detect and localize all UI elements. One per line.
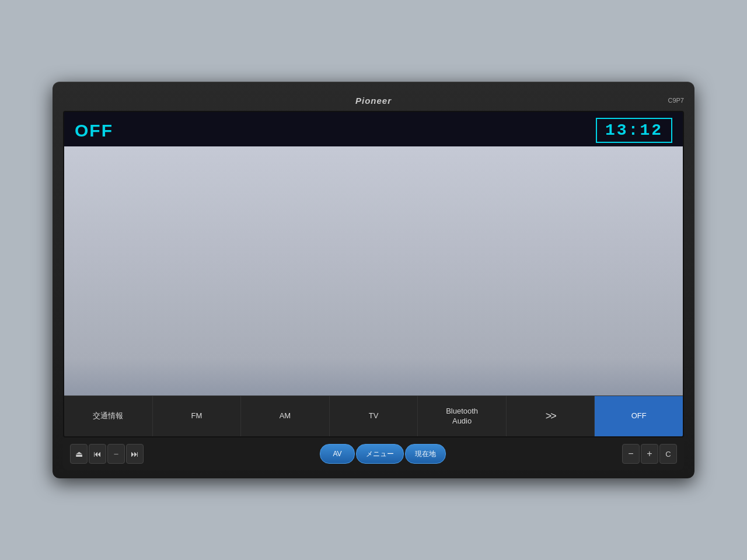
model-number: C9P7 [668,97,684,104]
nav-btn-more[interactable]: >> [507,396,595,436]
clock-display: 13:12 [596,118,672,143]
vol-plus-icon [647,449,652,459]
prev-button[interactable] [89,444,106,464]
nav-btn-traffic[interactable]: 交通情報 [64,396,153,436]
vol-minus-button[interactable] [622,444,640,464]
home-button[interactable]: 現在地 [405,444,446,464]
c-icon [665,450,671,459]
next-icon [131,449,139,459]
eject-icon [75,449,83,459]
next-button[interactable] [126,444,144,464]
main-screen: OFF 13:12 交通情報 FM AM TV [63,111,684,438]
screen-inner: OFF 13:12 交通情報 FM AM TV [64,112,683,436]
nav-btn-off[interactable]: OFF [595,396,683,436]
nav-btn-tv[interactable]: TV [330,396,418,436]
car-stereo-unit: Pioneer C9P7 OFF 13:12 交通情報 FM [53,82,694,478]
brand-name: Pioneer [355,96,392,106]
minus-icon [114,450,118,457]
content-area [64,146,683,396]
volume-controls [622,444,677,464]
c-button[interactable] [659,444,677,464]
prev-icon [93,449,102,459]
nav-btn-bluetooth[interactable]: Bluetooth Audio [418,396,507,436]
status-bar: OFF 13:12 [64,112,683,146]
nav-buttons-row: 交通情報 FM AM TV Bluetooth Audio >> [64,396,683,436]
nav-btn-am[interactable]: AM [241,396,330,436]
transport-controls [70,444,144,464]
vol-minus-icon [628,449,633,459]
av-button[interactable]: AV [320,444,355,464]
nav-btn-fm[interactable]: FM [153,396,242,436]
control-strip: AV メニュー 現在地 [63,438,684,470]
vol-plus-button[interactable] [641,444,658,464]
device-header: Pioneer C9P7 [63,92,684,108]
function-buttons: AV メニュー 現在地 [320,444,446,464]
content-area-inner [64,146,683,396]
menu-button[interactable]: メニュー [356,444,404,464]
eject-button[interactable] [70,444,88,464]
off-indicator: OFF [75,121,113,141]
minus-button[interactable] [107,444,125,464]
